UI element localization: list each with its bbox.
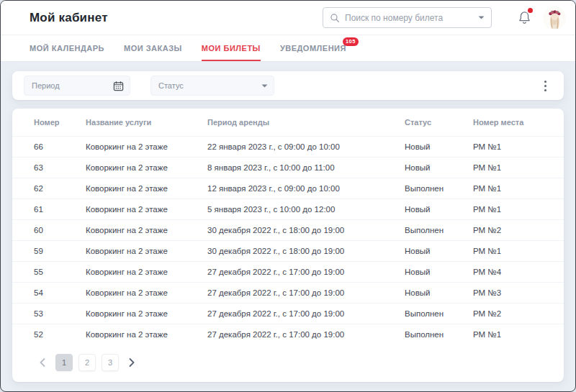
tab-label: МОИ БИЛЕТЫ [202, 44, 261, 53]
table-row[interactable]: 61Коворкинг на 2 этаже5 января 2023 г., … [12, 199, 564, 219]
table-cell: 12 января 2023 г., с 09:00 до 10:00 [207, 178, 405, 199]
next-page-button[interactable] [123, 354, 140, 371]
table-row[interactable]: 59Коворкинг на 2 этаже30 декабря 2022 г.… [12, 240, 564, 261]
kebab-icon [544, 81, 546, 83]
table-cell: Выполнен [405, 303, 473, 324]
table-cell: 27 декабря 2022 г., с 17:00 до 19:00 [207, 282, 405, 303]
table-cell: РМ №1 [473, 136, 564, 157]
table-cell: РМ №1 [473, 199, 564, 219]
page-button-1[interactable]: 1 [55, 354, 73, 371]
period-filter[interactable]: Период [24, 76, 130, 96]
tickets-table-card: НомерНазвание услугиПериод арендыСтатусН… [12, 109, 564, 382]
table-cell: 53 [12, 303, 86, 324]
tab-label: МОЙ КАЛЕНДАРЬ [30, 44, 104, 53]
tab-1[interactable]: МОИ ЗАКАЗЫ [124, 35, 182, 61]
table-cell: 8 января 2023 г., с 10:00 до 11:00 [207, 157, 405, 178]
table-row[interactable]: 53Коворкинг на 2 этаже27 декабря 2022 г.… [12, 303, 564, 324]
table-cell: 60 [12, 219, 86, 240]
table-row[interactable]: 54Коворкинг на 2 этаже27 декабря 2022 г.… [12, 282, 564, 303]
table-row[interactable]: 66Коворкинг на 2 этаже22 января 2023 г.,… [12, 136, 564, 157]
tab-label: МОИ ЗАКАЗЫ [124, 44, 182, 53]
table-cell: Коворкинг на 2 этаже [86, 282, 207, 303]
page-button-2[interactable]: 2 [78, 354, 96, 371]
column-header: Статус [405, 109, 473, 136]
column-header: Номер [12, 109, 86, 136]
tab-3[interactable]: УВЕДОМЛЕНИЯ105 [280, 35, 346, 61]
table-cell: Новый [405, 136, 473, 157]
table-cell: 30 декабря 2022 г., с 18:00 до 19:00 [207, 219, 405, 240]
table-cell: РМ №1 [473, 157, 564, 178]
page-button-3[interactable]: 3 [102, 354, 119, 371]
table-cell: Коворкинг на 2 этаже [86, 219, 207, 240]
table-row[interactable]: 55Коворкинг на 2 этаже27 декабря 2022 г.… [12, 261, 564, 282]
table-cell: Новый [405, 199, 473, 219]
table-cell: Коворкинг на 2 этаже [86, 136, 207, 157]
table-cell: РМ №2 [473, 219, 564, 240]
column-header: Период аренды [207, 109, 405, 136]
table-cell: 54 [12, 282, 86, 303]
table-cell: Коворкинг на 2 этаже [86, 240, 207, 261]
table-cell: 62 [12, 178, 86, 199]
page-title: Мой кабинет [30, 11, 108, 25]
avatar-image [543, 6, 566, 29]
table-row[interactable]: 52Коворкинг на 2 этаже27 декабря 2022 г.… [12, 324, 564, 345]
column-header: Номер места [473, 109, 564, 136]
pagination: 123 [34, 354, 564, 371]
table-header-row: НомерНазвание услугиПериод арендыСтатусН… [12, 109, 564, 136]
table-row[interactable]: 62Коворкинг на 2 этаже12 января 2023 г.,… [12, 178, 564, 199]
table-cell: РМ №3 [473, 282, 564, 303]
table-cell: 27 декабря 2022 г., с 17:00 до 19:00 [207, 324, 405, 345]
search-input[interactable]: Поиск по номеру билета [323, 7, 492, 28]
table-row[interactable]: 60Коворкинг на 2 этаже30 декабря 2022 г.… [12, 219, 564, 240]
table-cell: РМ №1 [473, 324, 564, 345]
prev-page-button[interactable] [34, 354, 51, 371]
table-cell: Коворкинг на 2 этаже [86, 324, 207, 345]
table-cell: Новый [405, 240, 473, 261]
table-cell: Коворкинг на 2 этаже [86, 303, 207, 324]
chevron-down-icon[interactable] [478, 16, 485, 19]
table-cell: 27 декабря 2022 г., с 17:00 до 19:00 [207, 303, 405, 324]
table-row[interactable]: 63Коворкинг на 2 этаже8 января 2023 г., … [12, 157, 564, 178]
notification-dot [528, 8, 533, 13]
table-cell: Выполнен [405, 219, 473, 240]
search-icon [330, 13, 340, 23]
table-body: 66Коворкинг на 2 этаже22 января 2023 г.,… [12, 136, 564, 345]
page-buttons: 123 [53, 354, 122, 371]
table-cell: 61 [12, 199, 86, 219]
table-cell: Коворкинг на 2 этаже [86, 199, 207, 219]
table-cell: 52 [12, 324, 86, 345]
tab-2[interactable]: МОИ БИЛЕТЫ [202, 35, 261, 61]
more-options-button[interactable] [540, 76, 551, 95]
avatar[interactable] [543, 6, 566, 29]
tab-label: УВЕДОМЛЕНИЯ [280, 44, 346, 53]
table-cell: 5 января 2023 г., с 10:00 до 12:00 [207, 199, 405, 219]
tab-0[interactable]: МОЙ КАЛЕНДАРЬ [30, 35, 104, 61]
table-cell: РМ №1 [473, 240, 564, 261]
table-cell: РМ №2 [473, 303, 564, 324]
table-cell: РМ №1 [473, 178, 564, 199]
column-header: Название услуги [86, 109, 207, 136]
table-cell: 27 декабря 2022 г., с 17:00 до 19:00 [207, 261, 405, 282]
period-filter-label: Период [32, 81, 113, 90]
table-cell: Новый [405, 282, 473, 303]
chevron-down-icon [261, 84, 268, 88]
tickets-table: НомерНазвание услугиПериод арендыСтатусН… [12, 109, 564, 345]
table-cell: Выполнен [405, 324, 473, 345]
table-cell: 66 [12, 136, 86, 157]
page-body: Период Статус [1, 62, 575, 382]
table-cell: Выполнен [405, 178, 473, 199]
table-cell: Новый [405, 261, 473, 282]
status-filter[interactable]: Статус [150, 76, 274, 96]
tab-badge: 105 [343, 37, 359, 46]
table-cell: РМ №4 [473, 261, 564, 282]
notifications-button[interactable] [518, 10, 531, 25]
calendar-icon [113, 81, 124, 91]
status-filter-label: Статус [158, 81, 261, 90]
chevron-left-icon [40, 358, 45, 367]
table-cell: Коворкинг на 2 этаже [86, 261, 207, 282]
app-window: Мой кабинет Поиск по номеру билета [0, 0, 576, 392]
table-cell: 30 декабря 2022 г., с 18:00 до 19:00 [207, 240, 405, 261]
filter-bar: Период Статус [12, 71, 564, 100]
chevron-right-icon [129, 358, 135, 367]
header-actions: Поиск по номеру билета [323, 6, 566, 29]
